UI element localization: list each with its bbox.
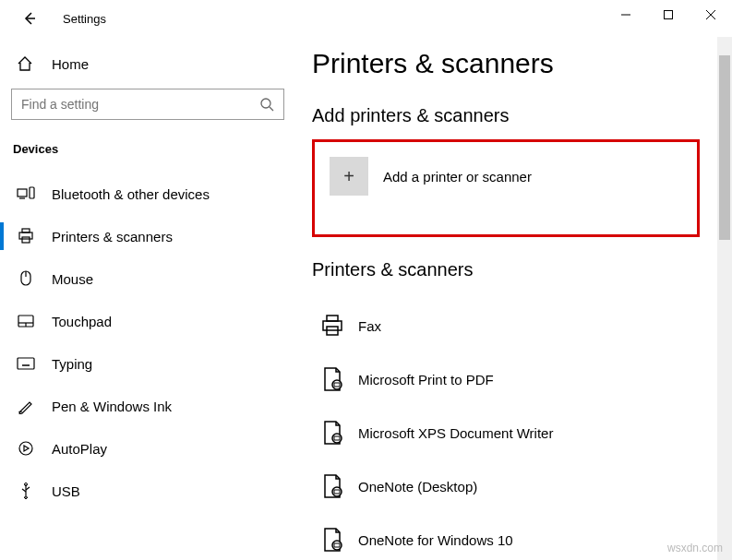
svg-point-22	[19, 442, 32, 455]
close-button[interactable]	[690, 0, 732, 30]
svg-rect-2	[665, 11, 673, 19]
printer-device-icon	[312, 313, 353, 339]
page-title: Printers & scanners	[312, 48, 732, 79]
keyboard-icon	[17, 357, 35, 370]
sidebar-item-printers[interactable]: Printers & scanners	[0, 215, 295, 257]
add-printer-button[interactable]: + Add a printer or scanner	[330, 157, 682, 196]
printer-document-icon	[312, 420, 353, 446]
sidebar-item-label: Pen & Windows Ink	[52, 399, 172, 414]
back-arrow-icon	[22, 11, 37, 26]
sidebar: Home Devices Bluetooth & other devices P…	[0, 37, 295, 560]
printer-label: Microsoft XPS Document Writer	[358, 425, 553, 441]
sidebar-item-mouse[interactable]: Mouse	[0, 257, 295, 300]
svg-rect-8	[30, 187, 34, 198]
printer-item-xps[interactable]: Microsoft XPS Document Writer	[312, 406, 732, 459]
scrollbar[interactable]	[717, 37, 732, 560]
window-title: Settings	[63, 12, 106, 26]
sidebar-item-label: Bluetooth & other devices	[52, 186, 210, 202]
home-label: Home	[52, 56, 89, 72]
main-content: Printers & scanners Add printers & scann…	[295, 37, 732, 560]
plus-icon: +	[330, 157, 368, 196]
back-button[interactable]	[18, 7, 41, 30]
window-controls	[605, 0, 732, 30]
printer-icon	[17, 228, 35, 244]
printer-document-icon	[312, 527, 353, 553]
sidebar-item-bluetooth[interactable]: Bluetooth & other devices	[0, 173, 295, 215]
home-icon	[17, 55, 35, 72]
sidebar-item-touchpad[interactable]: Touchpad	[0, 300, 295, 342]
usb-icon	[17, 483, 35, 499]
add-printer-label: Add a printer or scanner	[383, 169, 532, 185]
close-icon	[706, 10, 715, 19]
add-section-heading: Add printers & scanners	[312, 105, 732, 126]
printer-list: Fax Microsoft Print to PDF Microsoft XPS…	[312, 293, 732, 560]
search-field[interactable]	[21, 97, 259, 112]
scrollbar-thumb[interactable]	[719, 55, 730, 240]
add-printer-highlight-box: + Add a printer or scanner	[312, 139, 700, 237]
minimize-icon	[621, 10, 630, 19]
printer-label: Microsoft Print to PDF	[358, 372, 494, 387]
svg-rect-25	[327, 316, 338, 321]
sidebar-item-label: Printers & scanners	[52, 229, 173, 244]
svg-rect-7	[18, 189, 27, 197]
minimize-button[interactable]	[605, 0, 647, 30]
svg-rect-26	[323, 321, 342, 330]
search-icon	[259, 97, 274, 112]
svg-point-5	[261, 99, 270, 108]
svg-rect-10	[22, 229, 30, 232]
printer-document-icon	[312, 366, 353, 392]
printer-item-fax[interactable]: Fax	[312, 299, 732, 352]
printer-label: OneNote for Windows 10	[358, 532, 513, 548]
touchpad-icon	[17, 315, 35, 328]
mouse-icon	[17, 270, 35, 287]
sidebar-item-label: Mouse	[52, 271, 93, 287]
sidebar-item-label: Typing	[52, 356, 92, 372]
pen-icon	[17, 398, 35, 414]
svg-line-6	[270, 107, 273, 111]
printer-document-icon	[312, 473, 353, 499]
watermark: wsxdn.com	[667, 542, 723, 554]
printer-item-pdf[interactable]: Microsoft Print to PDF	[312, 352, 732, 406]
svg-rect-18	[18, 358, 34, 369]
search-input[interactable]	[11, 89, 284, 120]
section-label: Devices	[0, 142, 295, 173]
svg-rect-11	[19, 232, 32, 239]
svg-rect-12	[22, 237, 30, 243]
sidebar-item-label: Touchpad	[52, 314, 112, 329]
sidebar-item-autoplay[interactable]: AutoPlay	[0, 427, 295, 470]
sidebar-item-label: AutoPlay	[52, 441, 107, 457]
autoplay-icon	[17, 440, 35, 457]
printers-list-heading: Printers & scanners	[312, 259, 732, 280]
maximize-icon	[664, 10, 673, 19]
printer-label: OneNote (Desktop)	[358, 479, 477, 494]
sidebar-item-typing[interactable]: Typing	[0, 342, 295, 385]
home-nav[interactable]: Home	[0, 55, 295, 89]
sidebar-item-usb[interactable]: USB	[0, 470, 295, 512]
maximize-button[interactable]	[647, 0, 690, 30]
devices-icon	[17, 186, 35, 201]
printer-item-onenote-desktop[interactable]: OneNote (Desktop)	[312, 459, 732, 513]
sidebar-item-pen[interactable]: Pen & Windows Ink	[0, 385, 295, 427]
printer-label: Fax	[358, 318, 381, 334]
sidebar-item-label: USB	[52, 483, 80, 499]
